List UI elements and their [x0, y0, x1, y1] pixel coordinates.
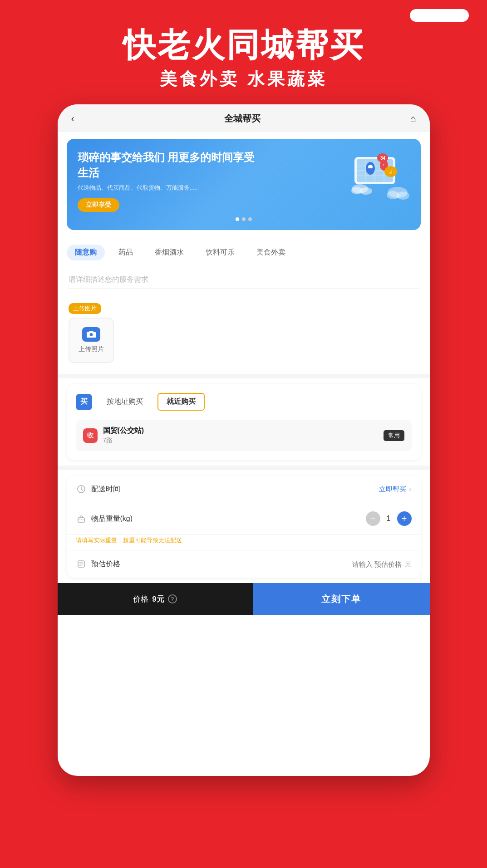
estimate-price-input[interactable]: [330, 560, 402, 568]
section-divider-1: [58, 374, 430, 378]
bottom-bar: 价格 9元 ? 立刻下单: [58, 583, 430, 615]
weight-minus-button[interactable]: −: [366, 511, 380, 526]
hero-title: 快老火同城帮买: [0, 27, 487, 63]
estimate-input-group: 元: [330, 560, 412, 569]
price-section: 价格 9元 ?: [58, 594, 253, 604]
category-tab-3[interactable]: 饮料可乐: [197, 245, 243, 260]
upload-label-badge: 上传图片: [69, 303, 101, 314]
clock-icon: [76, 484, 87, 495]
weight-row: 物品重量(kg) − 1 +: [67, 503, 421, 535]
address-row[interactable]: 收 国贸(公交站) 7路 常用: [76, 420, 412, 451]
category-section: 随意购 药品 香烟酒水 饮料可乐 美食外卖: [58, 237, 430, 264]
svg-rect-24: [78, 518, 84, 522]
address-tag: 常用: [384, 430, 404, 441]
phone-frame: ‹ 全城帮买 ⌂ 琐碎的事交给我们 用更多的时间享受生活 代送物品、代买商品、代…: [58, 104, 430, 776]
phone-wrapper: ‹ 全城帮买 ⌂ 琐碎的事交给我们 用更多的时间享受生活 代送物品、代买商品、代…: [0, 104, 487, 776]
section-divider-2: [58, 466, 430, 470]
banner-dots: [78, 217, 410, 221]
buy-tab-by-address[interactable]: 按地址购买: [98, 394, 151, 410]
category-tab-2[interactable]: 香烟酒水: [147, 245, 192, 260]
svg-text:👍: 👍: [388, 167, 396, 175]
svg-point-17: [359, 187, 372, 195]
price-label: 价格: [133, 594, 148, 604]
service-placeholder[interactable]: 请详细描述您的服务需求: [69, 271, 419, 289]
delivery-time-value: 立即帮买 ›: [379, 485, 411, 494]
order-button[interactable]: 立刻下单: [253, 583, 430, 615]
camera-icon: [82, 327, 100, 342]
price-value: 9元: [152, 594, 164, 604]
svg-text:!: !: [383, 163, 384, 167]
svg-text:34: 34: [380, 156, 386, 161]
buy-icon: 买: [76, 394, 92, 410]
upload-box[interactable]: 上传照片: [69, 318, 114, 363]
banner-dot-3: [248, 217, 252, 221]
estimate-icon: [76, 559, 87, 569]
weight-plus-button[interactable]: +: [397, 511, 412, 526]
banner-main-text: 琐碎的事交给我们 用更多的时间享受生活: [78, 150, 261, 180]
back-button[interactable]: ‹: [71, 113, 74, 125]
weight-label: 物品重量(kg): [76, 513, 133, 524]
status-bar-pill: [410, 9, 469, 22]
price-info-icon[interactable]: ?: [168, 594, 177, 603]
home-button[interactable]: ⌂: [410, 113, 416, 125]
upload-text: 上传照片: [79, 345, 104, 353]
estimate-row: 预估价格 元: [67, 550, 421, 578]
recv-badge: 收: [83, 428, 98, 443]
category-tabs: 随意购 药品 香烟酒水 饮料可乐 美食外卖: [67, 245, 421, 260]
category-tab-4[interactable]: 美食外卖: [248, 245, 294, 260]
weight-value: 1: [387, 515, 391, 523]
service-section: 请详细描述您的服务需求: [58, 264, 430, 296]
banner-dot-1: [236, 217, 239, 221]
hero-subtitle: 美食外卖 水果蔬菜: [0, 68, 487, 91]
address-name: 国贸(公交站): [103, 426, 384, 436]
category-tab-1[interactable]: 药品: [110, 245, 141, 260]
category-tab-0[interactable]: 随意购: [67, 245, 105, 260]
weight-control: − 1 +: [366, 511, 412, 526]
weight-warning: 请填写实际重量，超重可能导致无法配送: [67, 535, 421, 550]
delivery-time-label: 配送时间: [76, 484, 120, 495]
phone-header: ‹ 全城帮买 ⌂: [58, 104, 430, 132]
banner-illustration: ! 👍 34: [332, 143, 413, 207]
buy-tab-nearby[interactable]: 就近购买: [157, 393, 205, 411]
estimate-unit: 元: [405, 560, 412, 569]
delivery-section: 配送时间 立即帮买 › 物品重量(kg: [67, 476, 421, 578]
buy-tabs: 买 按地址购买 就近购买: [76, 393, 412, 411]
svg-point-20: [397, 191, 409, 200]
upload-section: 上传图片 上传照片: [58, 296, 430, 374]
address-route: 7路: [103, 436, 384, 445]
page-title: 全城帮买: [224, 113, 261, 125]
banner-sub-text: 代送物品、代买商品、代取货物、万能服务.....: [78, 184, 261, 192]
banner: 琐碎的事交给我们 用更多的时间享受生活 代送物品、代买商品、代取货物、万能服务.…: [67, 139, 421, 230]
weight-icon: [76, 513, 87, 524]
address-info: 国贸(公交站) 7路: [103, 426, 384, 445]
banner-section: 琐碎的事交给我们 用更多的时间享受生活 代送物品、代买商品、代取货物、万能服务.…: [58, 132, 430, 237]
estimate-label: 预估价格: [76, 559, 120, 569]
buy-section: 买 按地址购买 就近购买 收 国贸(公交站) 7路 常用: [67, 384, 421, 460]
banner-dot-2: [242, 217, 246, 221]
banner-cta-button[interactable]: 立即享受: [78, 198, 119, 212]
delivery-time-row[interactable]: 配送时间 立即帮买 ›: [67, 476, 421, 503]
chevron-right-icon: ›: [409, 485, 411, 493]
